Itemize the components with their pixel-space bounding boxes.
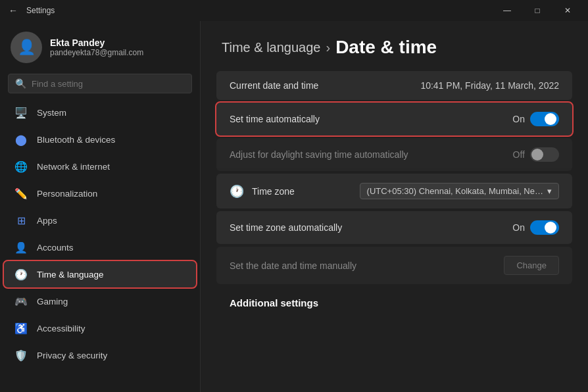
current-datetime-value: 10:41 PM, Friday, 11 March, 2022 bbox=[420, 80, 559, 91]
sidebar-item-gaming[interactable]: 🎮 Gaming bbox=[4, 288, 196, 314]
adjust-daylight-toggle[interactable] bbox=[530, 147, 559, 162]
search-icon: 🔍 bbox=[15, 78, 26, 89]
content-area: Time & language › Date & time Current da… bbox=[201, 21, 588, 392]
title-bar-title: Settings bbox=[26, 6, 55, 15]
back-button[interactable]: ← bbox=[5, 3, 21, 18]
set-time-auto-label: Set time automatically bbox=[230, 114, 320, 124]
sidebar-item-time[interactable]: 🕐 Time & language bbox=[4, 261, 196, 287]
adjust-daylight-value-group: Off bbox=[513, 147, 559, 162]
maximize-button[interactable]: □ bbox=[522, 0, 552, 21]
set-timezone-auto-value: On bbox=[512, 222, 525, 233]
network-icon: 🌐 bbox=[14, 160, 28, 173]
gaming-icon: 🎮 bbox=[14, 295, 28, 308]
adjust-daylight-value: Off bbox=[513, 149, 525, 160]
user-section: 👤 Ekta Pandey pandeyekta78@gmail.com bbox=[0, 21, 200, 71]
user-info: Ekta Pandey pandeyekta78@gmail.com bbox=[50, 37, 143, 57]
sidebar-item-privacy[interactable]: 🛡️ Privacy & security bbox=[4, 342, 196, 368]
privacy-icon: 🛡️ bbox=[14, 349, 28, 362]
breadcrumb-separator: › bbox=[326, 40, 330, 55]
time-icon: 🕐 bbox=[14, 268, 28, 281]
set-timezone-auto-toggle[interactable] bbox=[530, 220, 559, 235]
sidebar-item-label-network: Network & internet bbox=[37, 162, 110, 172]
sidebar-item-label-time: Time & language bbox=[37, 270, 104, 280]
settings-section: Current date and time 10:41 PM, Friday, … bbox=[201, 71, 588, 284]
title-bar-controls: — □ ✕ bbox=[492, 0, 583, 21]
manual-datetime-row: Set the date and time manually Change bbox=[216, 247, 572, 284]
title-bar: ← Settings — □ ✕ bbox=[0, 0, 588, 21]
sidebar-item-label-gaming: Gaming bbox=[37, 297, 68, 306]
sidebar-item-bluetooth[interactable]: ⬤ Bluetooth & devices bbox=[4, 126, 196, 153]
personalization-icon: ✏️ bbox=[14, 187, 28, 200]
avatar: 👤 bbox=[11, 32, 42, 63]
timezone-left: 🕐 Time zone bbox=[230, 184, 295, 199]
sidebar-item-label-accounts: Accounts bbox=[37, 243, 74, 253]
sidebar-item-personalization[interactable]: ✏️ Personalization bbox=[4, 180, 196, 207]
sidebar-item-label-personalization: Personalization bbox=[37, 189, 97, 199]
sidebar-item-apps[interactable]: ⊞ Apps bbox=[4, 207, 196, 233]
set-time-auto-row: Set time automatically On bbox=[216, 103, 572, 135]
bluetooth-icon: ⬤ bbox=[14, 133, 28, 146]
timezone-icon: 🕐 bbox=[230, 184, 244, 199]
current-datetime-row: Current date and time 10:41 PM, Friday, … bbox=[216, 71, 572, 100]
set-time-auto-value: On bbox=[512, 114, 525, 124]
manual-datetime-label: Set the date and time manually bbox=[230, 260, 356, 271]
page-title: Date & time bbox=[335, 37, 437, 58]
sidebar-item-accounts[interactable]: 👤 Accounts bbox=[4, 234, 196, 260]
sidebar-item-system[interactable]: 🖥️ System bbox=[4, 99, 196, 126]
timezone-label: Time zone bbox=[252, 186, 295, 197]
set-time-auto-value-group: On bbox=[512, 112, 559, 126]
user-email: pandeyekta78@gmail.com bbox=[50, 48, 143, 57]
system-icon: 🖥️ bbox=[14, 106, 28, 119]
set-time-auto-toggle[interactable] bbox=[530, 112, 559, 126]
nav-list: 🖥️ System ⬤ Bluetooth & devices 🌐 Networ… bbox=[0, 99, 200, 369]
additional-settings-label: Additional settings bbox=[230, 297, 318, 308]
sidebar-item-label-accessibility: Accessibility bbox=[37, 324, 86, 333]
search-input[interactable] bbox=[32, 79, 185, 89]
user-name: Ekta Pandey bbox=[50, 37, 143, 48]
sidebar-item-label-privacy: Privacy & security bbox=[37, 351, 107, 360]
toggle-knob-timezone bbox=[545, 222, 556, 233]
sidebar-item-network[interactable]: 🌐 Network & internet bbox=[4, 153, 196, 180]
avatar-icon: 👤 bbox=[18, 39, 36, 56]
chevron-down-icon: ▾ bbox=[547, 186, 552, 196]
toggle-knob-daylight bbox=[531, 149, 543, 160]
timezone-value: (UTC+05:30) Chennai, Kolkata, Mumbai, Ne… bbox=[367, 186, 543, 196]
sidebar-item-label-bluetooth: Bluetooth & devices bbox=[37, 135, 115, 145]
apps-icon: ⊞ bbox=[14, 214, 28, 227]
sidebar-item-label-apps: Apps bbox=[37, 216, 57, 226]
timezone-select[interactable]: (UTC+05:30) Chennai, Kolkata, Mumbai, Ne… bbox=[360, 183, 559, 199]
sidebar: 👤 Ekta Pandey pandeyekta78@gmail.com 🔍 🖥… bbox=[0, 21, 201, 392]
toggle-knob bbox=[545, 113, 556, 125]
search-box[interactable]: 🔍 bbox=[8, 74, 192, 93]
sidebar-item-accessibility[interactable]: ♿ Accessibility bbox=[4, 315, 196, 341]
set-timezone-auto-value-group: On bbox=[512, 220, 559, 235]
adjust-daylight-label: Adjust for daylight saving time automati… bbox=[230, 149, 408, 160]
page-header: Time & language › Date & time bbox=[201, 21, 588, 71]
change-button[interactable]: Change bbox=[504, 256, 559, 275]
breadcrumb-parent: Time & language bbox=[222, 40, 320, 55]
main-layout: 👤 Ekta Pandey pandeyekta78@gmail.com 🔍 🖥… bbox=[0, 21, 588, 392]
close-button[interactable]: ✕ bbox=[552, 0, 583, 21]
title-bar-left: ← Settings bbox=[5, 3, 55, 18]
set-timezone-auto-row: Set time zone automatically On bbox=[216, 211, 572, 244]
accounts-icon: 👤 bbox=[14, 241, 28, 254]
minimize-button[interactable]: — bbox=[492, 0, 522, 21]
sidebar-item-label-system: System bbox=[37, 108, 66, 118]
accessibility-icon: ♿ bbox=[14, 322, 28, 335]
timezone-row: 🕐 Time zone (UTC+05:30) Chennai, Kolkata… bbox=[216, 174, 572, 208]
adjust-daylight-row: Adjust for daylight saving time automati… bbox=[216, 138, 572, 171]
current-datetime-label: Current date and time bbox=[230, 80, 318, 91]
additional-settings-header: Additional settings bbox=[201, 287, 588, 316]
set-timezone-auto-label: Set time zone automatically bbox=[230, 222, 342, 233]
